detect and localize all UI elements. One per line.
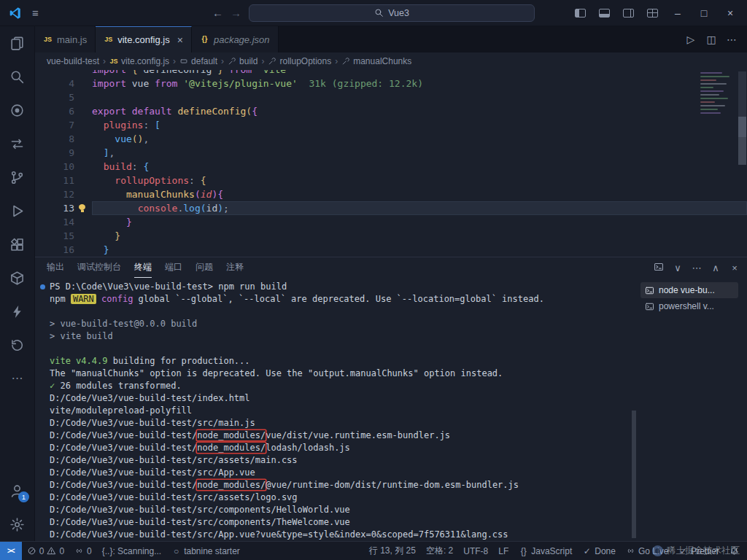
cursor-position[interactable]: 行 13, 列 25 bbox=[364, 542, 421, 560]
toggle-sidebar-icon[interactable] bbox=[575, 9, 586, 18]
glyph-margin bbox=[74, 70, 92, 77]
terminal-dropdown-button[interactable]: ∨ bbox=[673, 262, 683, 273]
line-number bbox=[45, 70, 74, 77]
tabnine-status[interactable]: ○tabnine starter bbox=[166, 542, 245, 560]
breadcrumb-item[interactable]: build bbox=[228, 56, 258, 66]
panel-maximize-button[interactable]: ∧ bbox=[711, 262, 721, 273]
run-file[interactable]: ▷ bbox=[686, 34, 696, 45]
chevron-right-icon: › bbox=[221, 56, 224, 66]
editor-more[interactable]: ⋯ bbox=[727, 34, 737, 45]
command-decoration-icon[interactable] bbox=[40, 284, 45, 289]
statusbar: ><000{..}: Scanning...○tabnine starter 行… bbox=[0, 541, 747, 560]
tab-vite-config-js[interactable]: JSvite.config.js× bbox=[96, 26, 192, 52]
terminal-line: D:/Code/Vue3/vue-build-test/src/componen… bbox=[50, 504, 630, 516]
code-line[interactable]: 10 build: { bbox=[35, 160, 747, 174]
breadcrumb-item[interactable]: rollupOptions bbox=[268, 56, 331, 66]
terminal-line: D:/Code/Vue3/vue-build-test/src/App.vue bbox=[50, 467, 630, 479]
breadcrumb-item[interactable]: manualChunks bbox=[341, 56, 411, 66]
glyph-margin bbox=[74, 160, 92, 174]
code-line[interactable]: 4import vue from '@vitejs/plugin-vue' 31… bbox=[35, 77, 747, 90]
tabnine-scanning[interactable]: {..}: Scanning... bbox=[97, 542, 166, 560]
activity-run-debug[interactable] bbox=[0, 194, 34, 228]
minimap-slider[interactable] bbox=[738, 117, 746, 165]
activity-package[interactable] bbox=[0, 261, 34, 295]
panel-close-button[interactable]: × bbox=[729, 262, 740, 273]
code-line[interactable]: 13 console.log(id); bbox=[35, 201, 747, 215]
chat-icon bbox=[9, 103, 25, 118]
activity-explorer[interactable] bbox=[0, 26, 34, 60]
breadcrumb-item[interactable]: JSvite.config.js bbox=[109, 56, 169, 66]
activity-history[interactable] bbox=[0, 328, 34, 362]
toggle-secondary-sidebar-icon[interactable] bbox=[623, 9, 634, 18]
back-button[interactable]: ← bbox=[212, 7, 223, 19]
code-line[interactable]: 9 ], bbox=[35, 146, 747, 160]
activity-settings[interactable] bbox=[0, 508, 34, 541]
indentation[interactable]: 空格: 2 bbox=[421, 542, 458, 560]
panel-tab-端口[interactable]: 端口 bbox=[165, 257, 182, 278]
forward-button[interactable]: → bbox=[231, 7, 241, 19]
eol[interactable]: LF bbox=[493, 542, 514, 560]
breadcrumb-item[interactable]: default bbox=[179, 56, 217, 66]
terminal-list-label: node vue-bu... bbox=[659, 285, 715, 295]
menu-icon[interactable]: ≡ bbox=[32, 7, 39, 19]
close-button[interactable]: × bbox=[724, 7, 737, 19]
panel-tab-问题[interactable]: 问题 bbox=[196, 257, 213, 278]
terminal-line: PS D:\Code\Vue3\vue-build-test> npm run … bbox=[50, 281, 630, 293]
split-editor[interactable]: ◫ bbox=[706, 34, 716, 45]
breadcrumb-item[interactable]: vue-build-test bbox=[47, 56, 99, 66]
lightbulb-icon[interactable] bbox=[79, 204, 85, 210]
activity-source-control[interactable] bbox=[0, 160, 34, 194]
panel-tab-调试控制台[interactable]: 调试控制台 bbox=[77, 257, 121, 278]
tab-main-js[interactable]: JSmain.js bbox=[35, 26, 96, 52]
problems[interactable]: 00 bbox=[22, 542, 69, 560]
terminal-list-item[interactable]: powershell v... bbox=[640, 298, 738, 314]
ports[interactable]: 0 bbox=[69, 542, 97, 560]
panel-tab-注释[interactable]: 注释 bbox=[226, 257, 244, 278]
activity-compare[interactable] bbox=[0, 127, 34, 160]
customize-layout-icon[interactable] bbox=[647, 9, 658, 18]
activity-chat[interactable] bbox=[0, 93, 34, 127]
code-line[interactable]: 15 } bbox=[35, 229, 747, 243]
json-icon: {} bbox=[200, 35, 209, 44]
breadcrumb-label: vite.config.js bbox=[121, 56, 169, 66]
activity-search[interactable] bbox=[0, 60, 34, 93]
panel-more-button[interactable]: ⋯ bbox=[692, 262, 702, 273]
terminal-output[interactable]: PS D:\Code\Vue3\vue-build-test> npm run … bbox=[35, 281, 630, 541]
language-mode[interactable]: {}JavaScript bbox=[514, 542, 577, 560]
glyph-margin bbox=[74, 146, 92, 160]
minimap[interactable] bbox=[700, 72, 735, 116]
activity-more-views[interactable]: ⋯ bbox=[0, 362, 34, 395]
remote-window[interactable]: >< bbox=[0, 542, 22, 560]
command-center-search[interactable]: Vue3 bbox=[249, 4, 535, 22]
panel-tab-输出[interactable]: 输出 bbox=[47, 257, 64, 278]
terminal-scrollbar[interactable] bbox=[630, 278, 638, 541]
code-line[interactable]: 5 bbox=[35, 90, 747, 104]
code-line[interactable]: 12 manualChunks(id){ bbox=[35, 187, 747, 201]
activity-thunder-client[interactable] bbox=[0, 295, 34, 328]
maximize-button[interactable]: □ bbox=[697, 7, 711, 19]
done-status[interactable]: ✓Done bbox=[577, 542, 621, 560]
panel: 输出调试控制台终端端口问题注释 ∨⋯∧× PS D:\Code\Vue3\vue… bbox=[35, 257, 747, 541]
activity-extensions[interactable] bbox=[0, 228, 34, 261]
search-value: Vue3 bbox=[388, 8, 409, 18]
terminal-line: D:/Code/Vue3/vue-build-test/src/componen… bbox=[50, 516, 630, 529]
toggle-panel-icon[interactable] bbox=[599, 9, 610, 18]
code-line[interactable]: 11 rollupOptions: { bbox=[35, 174, 747, 187]
label: UTF-8 bbox=[463, 546, 488, 556]
terminal-list-item[interactable]: node vue-bu... bbox=[640, 282, 738, 298]
close-icon[interactable]: × bbox=[177, 34, 183, 46]
code-line[interactable]: 14 } bbox=[35, 215, 747, 229]
code-line[interactable]: 16 } bbox=[35, 243, 747, 257]
code-line[interactable]: 6export default defineConfig({ bbox=[35, 104, 747, 118]
terminal-new-button[interactable] bbox=[654, 262, 664, 274]
label: LF bbox=[498, 546, 508, 556]
terminal-scrollbar-thumb[interactable] bbox=[632, 411, 636, 538]
code-line[interactable]: 8 vue(), bbox=[35, 132, 747, 146]
minimize-button[interactable]: – bbox=[671, 7, 684, 19]
activity-accounts[interactable]: 1 bbox=[0, 474, 34, 508]
tab-package-json[interactable]: {}package.json bbox=[192, 26, 279, 52]
panel-tab-终端[interactable]: 终端 bbox=[134, 257, 152, 278]
code-line[interactable]: import { defineConfig } from 'vite' bbox=[35, 70, 747, 77]
encoding[interactable]: UTF-8 bbox=[458, 542, 493, 560]
code-line[interactable]: 7 plugins: [ bbox=[35, 118, 747, 132]
